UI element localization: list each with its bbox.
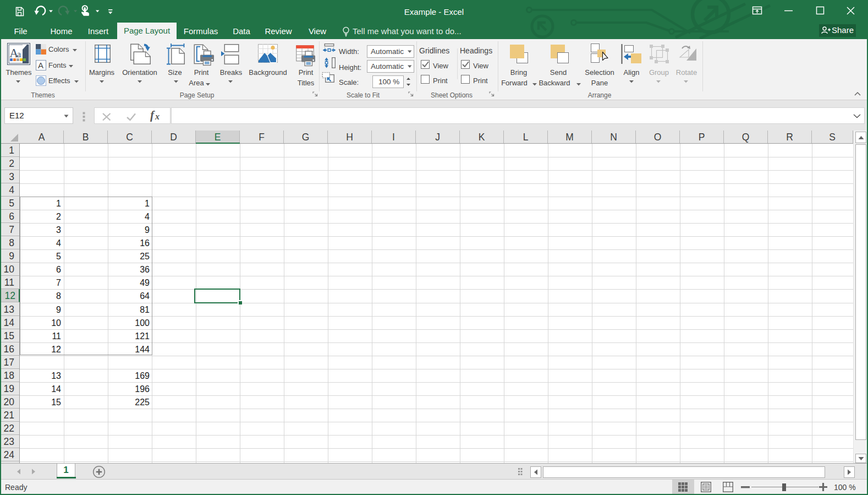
svg-text:A: A xyxy=(38,61,43,70)
svg-text:a: a xyxy=(17,50,21,59)
